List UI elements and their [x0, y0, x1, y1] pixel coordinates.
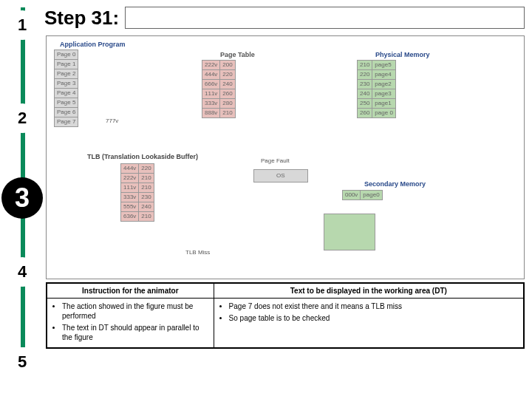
step-5-marker[interactable]: 5: [7, 347, 37, 377]
step-2-marker[interactable]: 2: [7, 103, 37, 133]
table-row: 444v220: [202, 70, 236, 80]
secondary-memory-table: 000vpage0: [342, 190, 383, 200]
physical-memory-table: 210page5 220page4 230page2 240page3 250p…: [357, 60, 396, 118]
table-row: 000vpage0: [343, 191, 383, 200]
title-row: Step 31:: [44, 3, 525, 33]
table-row: Page 3: [55, 79, 78, 89]
table-row: 111v210: [121, 183, 154, 193]
table-row: 250page1: [358, 99, 396, 109]
table-row: Page 2: [55, 69, 78, 79]
table-row: Page 6: [55, 108, 78, 117]
step-title: Step 31:: [44, 7, 119, 30]
table-row: 240page3: [358, 89, 396, 99]
tlb-table: 444v220 222v210 111v210 333v230 555v240 …: [120, 163, 154, 222]
tlb-miss-label: TLB Miss: [185, 249, 210, 256]
animator-instructions-cell: The action showed in the figure must be …: [47, 299, 214, 349]
list-item: Page 7 does not exist there and it means…: [229, 301, 519, 311]
app-annot: 777v: [106, 117, 118, 124]
physical-memory-header: Physical Memory: [375, 51, 430, 58]
table-row: 230page2: [358, 80, 396, 89]
secondary-memory-header: Secondary Memory: [364, 180, 426, 188]
table-row: Page 1: [55, 60, 78, 69]
title-input-box[interactable]: [125, 7, 525, 29]
step-3-marker[interactable]: 3: [1, 177, 43, 219]
table-row: 636v210: [121, 212, 154, 222]
page-fault-label: Page Fault: [261, 157, 290, 164]
secondary-mem-block: [324, 214, 375, 250]
app-program-table: Page 0 Page 1 Page 2 Page 3 Page 4 Page …: [54, 50, 78, 127]
table-row: 220page4: [358, 70, 396, 80]
table-row: Page 0: [55, 50, 78, 60]
step-sidebar: 1 2 3 4 5: [0, 0, 44, 399]
table-row: 555v240: [121, 202, 154, 212]
table-row: Page 4: [55, 89, 78, 98]
page-table: 222v200 444v220 666v240 111v260 333v280 …: [202, 60, 236, 118]
table-row: 666v240: [202, 80, 236, 89]
table-row: 111v260: [202, 89, 236, 99]
step-4-marker[interactable]: 4: [7, 257, 37, 287]
os-box: OS: [253, 169, 308, 183]
table-row: Page 7: [55, 117, 78, 127]
table-row: 210page5: [358, 61, 396, 70]
animator-col-header: Instruction for the animator: [47, 283, 214, 299]
dt-col-header: Text to be displayed in the working area…: [214, 283, 524, 299]
table-row: 222v210: [121, 174, 154, 183]
instruction-table: Instruction for the animator Text to be …: [46, 282, 525, 349]
dt-text-cell: Page 7 does not exist there and it means…: [214, 299, 524, 349]
page-table-header: Page Table: [220, 51, 255, 58]
step-1-marker[interactable]: 1: [7, 10, 37, 40]
table-row: Page 5: [55, 98, 78, 108]
app-program-header: Application Program: [60, 41, 126, 48]
list-item: So page table is to be checked: [229, 313, 519, 323]
table-row: 222v200: [202, 61, 236, 70]
table-row: 888v210: [202, 109, 236, 118]
list-item: The action showed in the figure must be …: [62, 301, 209, 321]
table-row: 333v230: [121, 193, 154, 202]
list-item: The text in DT should appear in parallel…: [62, 323, 209, 342]
table-row: 260page 0: [358, 109, 396, 118]
tlb-header: TLB (Translation Lookaside Buffer): [87, 153, 198, 160]
table-row: 333v280: [202, 99, 236, 109]
memory-diagram: Application Program Page 0 Page 1 Page 2…: [46, 35, 525, 279]
table-row: 444v220: [121, 164, 154, 174]
